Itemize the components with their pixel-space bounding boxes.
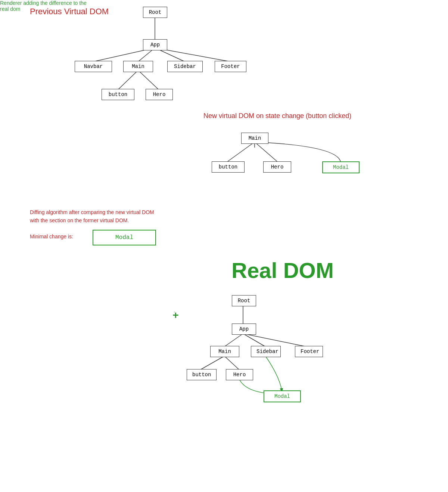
renderer-text-line1: Renderer adding the difference to the xyxy=(0,0,448,6)
page-container: Previous Virtual DOM Root App Navbar Mai… xyxy=(0,0,448,492)
svg-line-8 xyxy=(255,142,277,161)
node-new-hero: Hero xyxy=(263,161,291,173)
node-real-main: Main xyxy=(210,346,239,357)
node-prev-hero: Hero xyxy=(146,89,173,100)
node-prev-footer: Footer xyxy=(215,61,246,72)
node-real-button: button xyxy=(187,369,217,380)
node-real-hero: Hero xyxy=(226,369,253,380)
title-real-dom: Real DOM xyxy=(231,258,334,283)
node-real-app: App xyxy=(232,324,256,335)
svg-line-13 xyxy=(243,334,307,347)
node-real-modal: Modal xyxy=(264,390,301,402)
node-real-root: Root xyxy=(232,295,256,306)
svg-line-7 xyxy=(228,142,255,161)
node-real-footer: Footer xyxy=(295,346,323,357)
node-real-sidebar: Sidebar xyxy=(251,346,281,357)
connector-lines xyxy=(0,0,448,492)
node-prev-button: button xyxy=(102,89,134,100)
node-new-main: Main xyxy=(241,133,268,144)
svg-line-11 xyxy=(224,334,243,347)
node-prev-app: App xyxy=(143,39,167,50)
svg-line-15 xyxy=(224,356,239,370)
title-new-vdom: New virtual DOM on state change (button … xyxy=(203,112,351,120)
svg-line-5 xyxy=(118,70,138,90)
minimal-change-label: Minimal change is: xyxy=(30,233,73,239)
plus-sign: + xyxy=(172,310,179,322)
diffing-text-line1: Diffing algorithm after comparing the ne… xyxy=(30,209,154,215)
title-previous-vdom: Previous Virtual DOM xyxy=(30,7,109,16)
node-prev-navbar: Navbar xyxy=(75,61,112,72)
node-new-modal: Modal xyxy=(322,161,360,173)
diffing-text-line2: with the section on the former virtual D… xyxy=(30,217,129,223)
node-prev-root: Root xyxy=(143,7,167,18)
node-minimal-modal: Modal xyxy=(93,230,156,245)
node-prev-main: Main xyxy=(123,61,153,72)
svg-line-14 xyxy=(200,356,224,370)
svg-line-6 xyxy=(138,70,159,90)
node-prev-sidebar: Sidebar xyxy=(167,61,203,72)
node-new-button: button xyxy=(212,161,245,173)
svg-line-12 xyxy=(243,334,265,347)
